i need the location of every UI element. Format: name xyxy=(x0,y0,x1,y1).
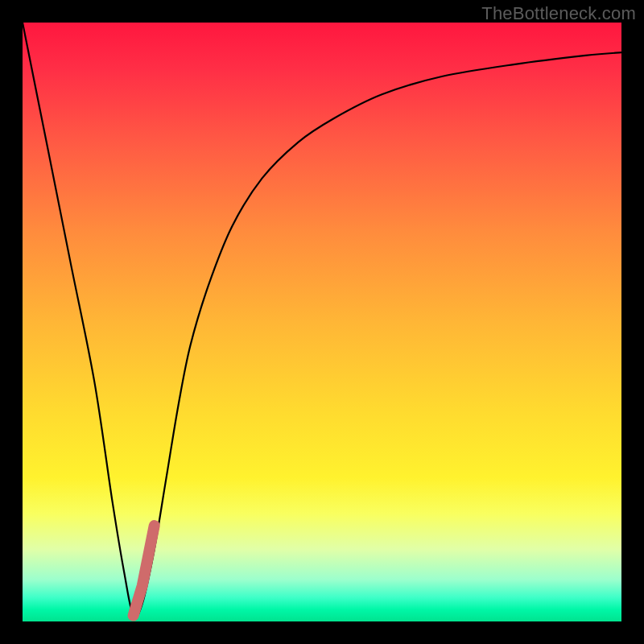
curve-layer xyxy=(23,23,621,621)
watermark-text: TheBottleneck.com xyxy=(481,3,636,24)
bottleneck-curve xyxy=(23,23,621,617)
highlight-segment xyxy=(134,526,155,616)
plot-area xyxy=(23,23,621,621)
chart-frame: TheBottleneck.com xyxy=(0,0,644,644)
